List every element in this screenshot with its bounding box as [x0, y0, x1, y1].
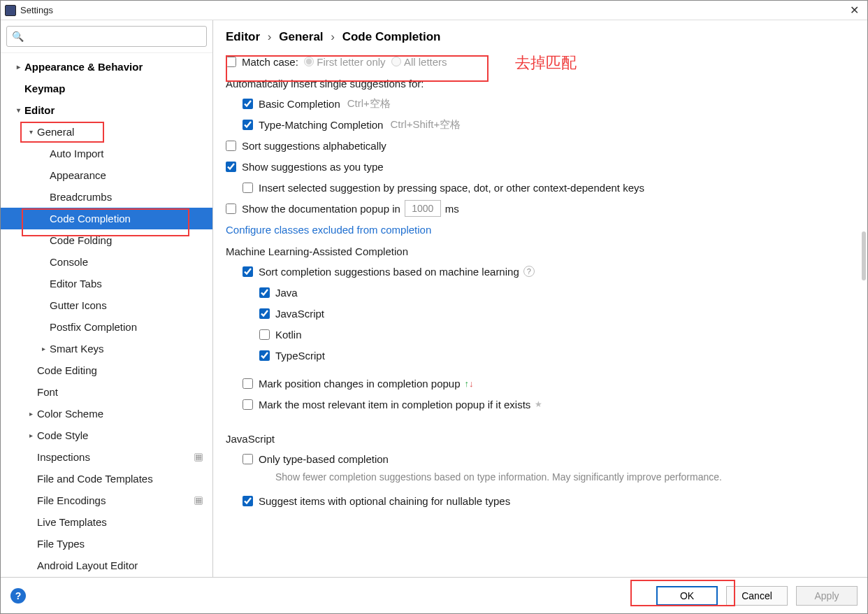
option-label: Kotlin	[275, 329, 302, 341]
tree-item-appearance-behavior[interactable]: ▸Appearance & Behavior	[1, 56, 212, 78]
tree-item-label: Inspections	[37, 451, 90, 463]
tree-item-file-types[interactable]: File Types	[1, 533, 212, 555]
tree-item-breadcrumbs[interactable]: Breadcrumbs	[1, 186, 212, 208]
settings-content: Match case: First letter only All letter…	[213, 51, 867, 577]
breadcrumb-sep-icon: ›	[331, 30, 335, 43]
radio-label: All letters	[404, 56, 447, 68]
tree-item-label: Smart Keys	[50, 343, 104, 355]
tree-item-label: Console	[50, 256, 88, 268]
radio-label: First letter only	[317, 56, 385, 68]
tree-item-label: Code Folding	[50, 234, 112, 246]
only-type-based-checkbox[interactable]	[243, 454, 253, 464]
option-label: Sort completion suggestions based on mac…	[259, 266, 519, 278]
tree-item-android-layout-editor[interactable]: Android Layout Editor	[1, 555, 212, 576]
ml-java-checkbox[interactable]	[259, 287, 270, 298]
tree-item-editor[interactable]: ▾Editor	[1, 99, 212, 121]
chevron-right-icon: ▸	[38, 345, 48, 352]
tree-item-label: Breadcrumbs	[50, 191, 112, 203]
tree-item-label: Gutter Icons	[50, 299, 107, 311]
tree-item-label: Color Scheme	[37, 408, 103, 420]
dialog-footer: ? OK Cancel Apply	[1, 577, 867, 613]
match-case-first-radio[interactable]	[304, 57, 314, 66]
project-scope-icon: ▦	[194, 453, 203, 462]
tree-item-code-style[interactable]: ▸Code Style	[1, 424, 212, 446]
tree-item-inspections[interactable]: Inspections▦	[1, 446, 212, 468]
match-case-all-radio[interactable]	[391, 57, 401, 66]
chevron-right-icon: ▸	[13, 63, 23, 71]
mark-relevant-checkbox[interactable]	[243, 399, 253, 410]
tree-item-label: File and Code Templates	[37, 473, 153, 485]
tree-item-smart-keys[interactable]: ▸Smart Keys	[1, 338, 212, 359]
tree-item-color-scheme[interactable]: ▸Color Scheme	[1, 403, 212, 424]
ml-javascript-checkbox[interactable]	[259, 308, 270, 319]
tree-item-label: Android Layout Editor	[37, 559, 138, 571]
tree-item-label: Editor	[24, 104, 55, 116]
mark-position-checkbox[interactable]	[243, 378, 253, 389]
javascript-header: JavaScript	[226, 427, 855, 448]
app-icon	[5, 5, 16, 16]
tree-item-file-and-code-templates[interactable]: File and Code Templates	[1, 468, 212, 490]
option-label: Basic Completion	[259, 98, 340, 110]
tree-item-code-folding[interactable]: Code Folding	[1, 229, 212, 251]
tree-item-postfix-completion[interactable]: Postfix Completion	[1, 316, 212, 338]
show-as-type-checkbox[interactable]	[226, 162, 236, 172]
type-matching-checkbox[interactable]	[243, 120, 253, 130]
tree-item-live-templates[interactable]: Live Templates	[1, 511, 212, 533]
breadcrumb-part: General	[279, 30, 323, 43]
option-label: JavaScript	[275, 308, 324, 320]
tree-item-editor-tabs[interactable]: Editor Tabs	[1, 273, 212, 294]
breadcrumb-sep-icon: ›	[268, 30, 272, 43]
tree-item-label: File Types	[37, 538, 85, 550]
basic-completion-checkbox[interactable]	[243, 99, 253, 109]
option-label: Suggest items with optional chaining for…	[259, 495, 510, 507]
tree-item-auto-import[interactable]: Auto Import	[1, 143, 212, 164]
match-case-label: Match case:	[242, 56, 298, 68]
ml-typescript-checkbox[interactable]	[259, 350, 270, 361]
tree-item-gutter-icons[interactable]: Gutter Icons	[1, 294, 212, 316]
help-button[interactable]: ?	[10, 588, 26, 604]
search-icon: 🔍	[12, 31, 24, 42]
suggest-optional-chaining-checkbox[interactable]	[243, 496, 253, 506]
tree-item-general[interactable]: ▾General	[1, 121, 212, 143]
main-panel: Editor › General › Code Completion Match…	[213, 20, 867, 577]
sort-alpha-checkbox[interactable]	[226, 141, 236, 151]
cancel-button[interactable]: Cancel	[726, 586, 788, 606]
tree-item-label: Editor Tabs	[50, 278, 102, 290]
tree-item-file-encodings[interactable]: File Encodings▦	[1, 490, 212, 511]
ok-button[interactable]: OK	[656, 586, 718, 606]
tree-item-font[interactable]: Font	[1, 381, 212, 403]
tree-item-label: File Encodings	[37, 494, 106, 506]
option-label: Sort suggestions alphabetically	[242, 140, 386, 152]
show-doc-checkbox[interactable]	[226, 204, 236, 214]
settings-tree[interactable]: ▸Appearance & BehaviorKeymap▾Editor▾Gene…	[1, 53, 212, 577]
option-label: Insert selected suggestion by pressing s…	[259, 182, 644, 194]
project-scope-icon: ▦	[194, 497, 203, 505]
tree-item-code-editing[interactable]: Code Editing	[1, 359, 212, 381]
tree-item-label: Code Editing	[37, 364, 97, 376]
tree-item-keymap[interactable]: Keymap	[1, 78, 212, 99]
chevron-down-icon: ▾	[26, 128, 36, 136]
help-icon[interactable]: ?	[523, 266, 535, 277]
match-case-checkbox[interactable]	[226, 57, 236, 67]
apply-button[interactable]: Apply	[796, 586, 858, 606]
breadcrumb-part: Code Completion	[342, 30, 441, 43]
configure-excluded-link[interactable]: Configure classes excluded from completi…	[226, 224, 431, 236]
tree-item-label: General	[37, 126, 74, 138]
shortcut-label: Ctrl+Shift+空格	[390, 118, 461, 131]
insert-on-space-checkbox[interactable]	[243, 183, 253, 193]
search-input[interactable]	[6, 26, 207, 47]
tree-item-appearance[interactable]: Appearance	[1, 164, 212, 186]
annotation-text: 去掉匹配	[515, 52, 577, 73]
option-description: Show fewer completion suggestions based …	[275, 471, 722, 484]
ml-sort-checkbox[interactable]	[243, 266, 253, 277]
tree-item-label: Code Style	[37, 429, 88, 441]
scrollbar-thumb[interactable]	[862, 231, 866, 280]
close-icon[interactable]: ✕	[846, 2, 863, 18]
chevron-down-icon: ▾	[13, 106, 23, 114]
ml-kotlin-checkbox[interactable]	[259, 329, 270, 340]
doc-popup-delay-input[interactable]	[405, 200, 441, 217]
option-label: TypeScript	[275, 350, 325, 362]
tree-item-label: Postfix Completion	[50, 321, 137, 333]
tree-item-console[interactable]: Console	[1, 251, 212, 273]
tree-item-code-completion[interactable]: Code Completion	[1, 208, 212, 229]
